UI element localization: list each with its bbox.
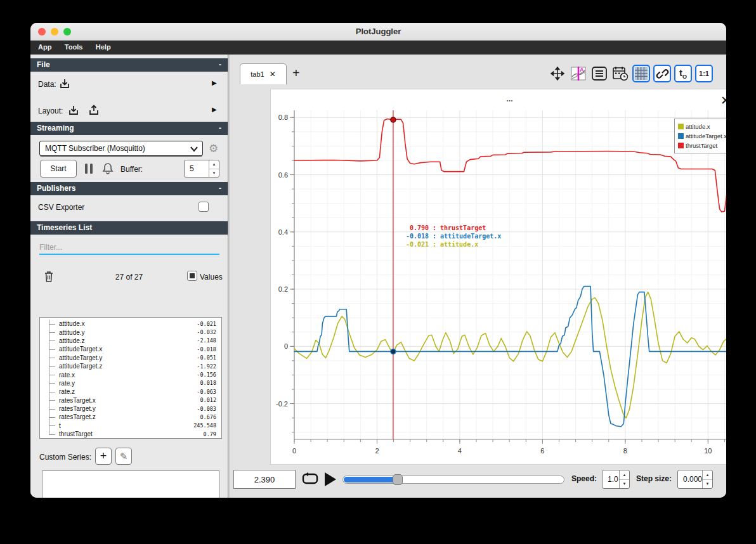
plot-widget[interactable]: ... ✕ 0246810-0.200.20.40.60.8 attitude.…	[270, 89, 726, 465]
loop-icon[interactable]	[301, 471, 319, 488]
tab-close-icon[interactable]: ✕	[270, 70, 276, 79]
slider-handle[interactable]	[393, 474, 403, 485]
timeseries-name: attitudeTarget.y	[59, 354, 197, 361]
collapse-icon[interactable]: -	[219, 182, 221, 195]
filter-input[interactable]	[39, 241, 219, 255]
playback-bar: 2.390 Speed: 1.0 ▲▼ Step size: 0.000 ▲▼	[230, 468, 726, 497]
timeseries-name: rate.y	[59, 380, 200, 387]
collapse-icon[interactable]: -	[219, 122, 221, 135]
plot-title: ...	[271, 94, 726, 103]
timeseries-row[interactable]: ratesTarget.z0.676	[44, 413, 221, 421]
notifications-bell-icon[interactable]	[101, 162, 114, 175]
timeseries-section-header[interactable]: Timeseries List	[30, 221, 228, 235]
timeseries-row[interactable]: attitudeTarget.y-0.051	[44, 354, 221, 362]
timeseries-name: ratesTarget.z	[59, 413, 200, 420]
plus-icon: +	[100, 450, 107, 463]
layout-expand-arrow-icon[interactable]: ▶	[212, 106, 217, 113]
spin-up-icon[interactable]: ▲	[703, 470, 712, 480]
streaming-settings-gear-icon[interactable]: ⚙	[209, 142, 218, 155]
pan-move-icon[interactable]	[549, 65, 566, 82]
spin-down-icon[interactable]: ▼	[209, 169, 219, 178]
timeseries-row[interactable]: attitudeTarget.x-0.018	[44, 345, 221, 353]
legend-label: attitudeTarget.x	[686, 133, 726, 139]
timeseries-row[interactable]: attitude.x-0.021	[44, 320, 221, 328]
custom-series-list[interactable]	[42, 470, 219, 498]
timeseries-row[interactable]: attitude.y-0.032	[44, 328, 221, 336]
data-expand-arrow-icon[interactable]: ▶	[212, 79, 217, 86]
timeline-slider[interactable]	[342, 476, 564, 484]
spin-down-icon[interactable]: ▼	[620, 480, 629, 489]
add-custom-series-button[interactable]: +	[95, 448, 112, 465]
buffer-spinbox[interactable]: 5 ▲▼	[184, 160, 219, 178]
cursor-readout: 0.790:thrustTarget-0.018:attitudeTarget.…	[401, 224, 501, 249]
timeseries-name: ratesTarget.y	[59, 405, 197, 412]
main-panel: tab1 ✕ + A	[230, 55, 726, 498]
timeseries-name: attitudeTarget.x	[59, 346, 197, 353]
grid-toggle-icon[interactable]	[632, 65, 650, 82]
timeseries-value: -0.156	[197, 372, 216, 378]
y-tick-label: -0.2	[276, 400, 288, 408]
legend-entry[interactable]: thrustTarget	[678, 141, 726, 150]
window-title: PlotJuggler	[30, 27, 726, 36]
save-layout-icon[interactable]	[88, 104, 100, 117]
zoom-ratio-icon[interactable]: 1:1	[695, 65, 713, 82]
load-layout-icon[interactable]	[67, 104, 80, 117]
timeseries-row[interactable]: ratesTarget.x0.012	[44, 396, 221, 405]
speed-spinbox[interactable]: 1.0 ▲▼	[602, 470, 630, 489]
timeseries-list[interactable]: attitude.x-0.021attitude.y-0.032attitude…	[39, 317, 222, 439]
timeseries-row[interactable]: t245.548	[44, 422, 221, 430]
play-button[interactable]	[325, 472, 336, 486]
streaming-source-select[interactable]: MQTT Subscriber (Mosquitto)	[39, 141, 203, 156]
timeseries-row[interactable]: attitude.z-2.148	[44, 337, 221, 345]
x-tick-label: 8	[623, 447, 627, 455]
file-section-header[interactable]: File -	[30, 58, 228, 72]
legend-entry[interactable]: attitude.x	[678, 122, 726, 131]
date-time-icon[interactable]	[611, 65, 629, 82]
pause-icon[interactable]	[84, 162, 94, 175]
curve-tracker-icon[interactable]: A	[570, 65, 587, 82]
timeseries-row[interactable]: rate.z-0.063	[44, 387, 221, 396]
plot-canvas[interactable]: 0246810-0.200.20.40.60.8	[271, 89, 726, 465]
collapse-icon[interactable]: -	[219, 58, 221, 72]
menu-app[interactable]: App	[33, 41, 56, 53]
timeseries-row[interactable]: ratesTarget.y-0.083	[44, 405, 221, 413]
plot-close-icon[interactable]: ✕	[720, 94, 726, 107]
plot-legend[interactable]: attitude.xattitudeTarget.xthrustTarget	[674, 119, 726, 153]
csv-exporter-checkbox[interactable]	[199, 202, 209, 212]
svg-text:A: A	[580, 67, 584, 73]
load-data-icon[interactable]	[58, 77, 71, 90]
add-tab-button[interactable]: +	[292, 66, 300, 81]
timeseries-value: -0.083	[197, 406, 216, 412]
csv-exporter-label: CSV Exporter	[38, 203, 84, 212]
timeseries-value: -1.922	[197, 363, 216, 370]
legend-entry[interactable]: attitudeTarget.x	[678, 131, 726, 141]
timeseries-row[interactable]: rate.y0.018	[44, 379, 221, 387]
timeseries-row[interactable]: thrustTarget0.79	[44, 430, 221, 438]
timeseries-value: 0.676	[200, 414, 216, 420]
step-size-spinbox[interactable]: 0.000 ▲▼	[677, 470, 713, 489]
plot-toolbar: A	[549, 65, 713, 82]
timeseries-name: rate.x	[59, 372, 197, 379]
tab-tab1[interactable]: tab1 ✕	[240, 63, 287, 84]
y-tick-label: 0.4	[278, 228, 288, 236]
link-axes-icon[interactable]	[653, 65, 671, 82]
spin-up-icon[interactable]: ▲	[620, 470, 629, 480]
time-offset-icon[interactable]: tO	[674, 65, 692, 82]
menu-tools[interactable]: Tools	[60, 41, 88, 53]
publishers-section-header[interactable]: Publishers -	[30, 182, 228, 195]
edit-custom-series-button[interactable]: ✎	[115, 448, 132, 465]
timeseries-value: 0.79	[204, 431, 216, 437]
menu-help[interactable]: Help	[91, 41, 116, 53]
list-view-icon[interactable]	[590, 65, 608, 82]
start-streaming-button[interactable]: Start	[40, 160, 77, 178]
timeseries-value: -0.018	[197, 346, 216, 353]
streaming-section-header[interactable]: Streaming -	[30, 122, 228, 135]
spin-down-icon[interactable]: ▼	[703, 480, 712, 489]
current-time-display[interactable]: 2.390	[233, 470, 296, 489]
values-checkbox[interactable]	[187, 271, 197, 281]
app-window: PlotJuggler App Tools Help File - Data: …	[30, 23, 726, 498]
spin-up-icon[interactable]: ▲	[209, 160, 219, 169]
timeseries-row[interactable]: rate.x-0.156	[44, 370, 221, 379]
x-tick-label: 4	[458, 447, 462, 455]
timeseries-row[interactable]: attitudeTarget.z-1.922	[44, 362, 221, 370]
